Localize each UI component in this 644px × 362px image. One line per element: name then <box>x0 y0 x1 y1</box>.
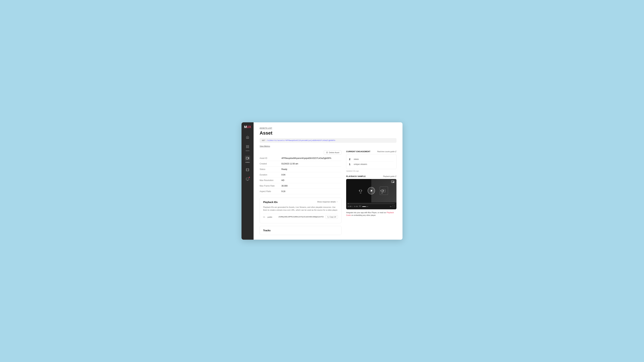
meta-label: Created <box>260 161 282 167</box>
skip-back-button[interactable]: 10 <box>358 188 363 193</box>
table-row: Aspect Ratio9:16 <box>260 189 342 194</box>
api-url-bar: GET /video/v1/assets/4PP8wupdse6lihyansm… <box>260 138 396 143</box>
sidebar-item-home[interactable] <box>242 133 254 142</box>
playback-desc-suffix: on embedding any other player. <box>351 214 376 216</box>
pid-type: public <box>268 216 277 218</box>
video-thumbnail: 10 10 <box>346 179 396 202</box>
monitor-icon-wrap <box>245 176 250 182</box>
skip-forward-button[interactable]: 10 <box>379 188 385 193</box>
trash-icon <box>326 151 328 153</box>
sidebar-item-data-label: /DATA <box>246 150 250 151</box>
controls-row: 0:00 / 0:04 <box>348 205 395 208</box>
playback-guide-link[interactable]: Playback guide <box>383 175 396 177</box>
external-link-icon-2 <box>395 175 396 177</box>
sidebar-item-film[interactable] <box>242 165 254 174</box>
meta-value: HD <box>282 178 342 183</box>
engagement-title: CURRENT ENGAGEMENT <box>346 150 370 152</box>
video-icon <box>246 157 249 160</box>
pid-value: zk6Mwy96bJdPPEcG3R8s2AYGyXCu02n00x3GNg9j… <box>278 216 324 218</box>
tracks-title: Tracks <box>263 229 338 232</box>
external-link-icon <box>395 151 396 152</box>
asset-meta-table: Asset ID4PP8wupdse6lihyansmKiyejubDbV02O… <box>260 156 342 194</box>
monitor-icon <box>246 177 249 181</box>
pip-button[interactable] <box>391 180 395 184</box>
svg-rect-5 <box>246 169 249 171</box>
meta-label: Status <box>260 167 282 172</box>
playback-ids-desc: Playback IDs are generated for Assets, L… <box>263 206 338 211</box>
unique-viewers-label: unique viewers <box>354 163 367 165</box>
chevron-right-icon <box>336 201 338 203</box>
updated-text: Updated 15s ago <box>346 170 396 172</box>
speed-label[interactable]: 1x <box>390 206 392 207</box>
meta-value: 9:16 <box>282 189 342 194</box>
show-response-label: Show response details <box>317 201 336 203</box>
playback-guide-label: Playback guide <box>383 175 394 177</box>
unique-viewers-stat: 1 unique viewers <box>349 162 394 167</box>
tracks-section: Tracks <box>260 226 342 235</box>
svg-rect-3 <box>248 147 249 148</box>
sidebar-item-monitor[interactable] <box>242 175 254 184</box>
progress-bar[interactable] <box>348 203 395 204</box>
right-column: CURRENT ENGAGEMENT Real-time counts guid… <box>346 150 396 235</box>
meta-label: Asset ID <box>260 156 282 161</box>
meta-label: Max Resolution <box>260 178 282 183</box>
total-duration: 0:04 <box>354 206 358 207</box>
sidebar-item-data[interactable]: /DATA <box>242 142 254 153</box>
time-display: 0:00 / 0:04 <box>348 206 358 207</box>
copy-url-button[interactable]: Copy Url <box>325 215 338 219</box>
playback-ids-section: Playback IDs Show response details Playb… <box>260 198 342 223</box>
volume-button[interactable] <box>359 205 361 208</box>
film-icon-wrap <box>245 167 250 172</box>
controls-right: 1x <box>390 205 395 208</box>
volume-slider[interactable] <box>362 206 368 207</box>
sidebar-item-video-label: /VIDEO <box>245 162 250 163</box>
view-metrics-link[interactable]: View Metrics <box>260 145 270 147</box>
delete-asset-button[interactable]: Delete Asset <box>324 150 342 155</box>
progress-fill <box>348 203 348 204</box>
table-row: StatusReady <box>260 167 342 172</box>
logo: MUX <box>244 125 251 129</box>
guide-label: Real-time counts guide <box>377 151 394 152</box>
views-count: 2 <box>349 158 352 161</box>
playback-ids-title: Playback IDs <box>263 201 278 203</box>
pid-num: 01 <box>263 216 266 218</box>
play-button[interactable] <box>368 187 375 194</box>
skip-back-icon <box>359 189 362 193</box>
sidebar: MUX /DATA /VIDEO <box>242 122 254 240</box>
svg-rect-4 <box>246 157 248 159</box>
real-time-guide-link[interactable]: Real-time counts guide <box>377 151 396 152</box>
fullscreen-icon <box>392 205 395 207</box>
table-row: Max Frame Rate30.000 <box>260 183 342 189</box>
playback-title: PLAYBACK SAMPLE <box>346 175 366 177</box>
current-time: 0:00 <box>348 206 352 207</box>
breadcrumb[interactable]: ASSETS LIST <box>260 127 396 129</box>
data-icon-wrap <box>245 144 250 149</box>
show-response-link[interactable]: Show response details <box>317 201 338 203</box>
app-window: MUX /DATA /VIDEO <box>242 122 402 240</box>
monitor-badge <box>249 177 250 178</box>
svg-rect-13 <box>328 217 329 218</box>
table-row: Asset ID4PP8wupdse6lihyansmKiyejubDbV02O… <box>260 156 342 161</box>
views-stat: 2 views <box>349 157 394 162</box>
home-icon-wrap <box>245 135 250 140</box>
video-controls: 0:00 / 0:04 <box>346 202 396 209</box>
sidebar-nav: /DATA /VIDEO <box>242 133 254 184</box>
meta-value: Ready <box>282 167 342 172</box>
sidebar-item-video[interactable]: /VIDEO <box>242 154 254 165</box>
api-path: /video/v1/assets/4PP8wupdse6lihyansmKiye… <box>267 139 335 141</box>
fullscreen-button[interactable] <box>392 205 395 208</box>
meta-label: Aspect Ratio <box>260 189 282 194</box>
skip-back-label: 10 <box>358 192 363 194</box>
meta-label: Duration <box>260 172 282 178</box>
playback-sample-section: PLAYBACK SAMPLE Playback guide <box>346 175 396 217</box>
film-icon <box>246 168 249 171</box>
controls-left: 0:00 / 0:04 <box>348 205 368 208</box>
left-column: Delete Asset Asset ID4PP8wupdse6lihyansm… <box>260 150 342 235</box>
meta-value: 4PP8wupdse6lihyansmKiyejubDbV02O7LkOaZtg… <box>282 156 342 161</box>
main-content: ASSETS LIST Asset GET /video/v1/assets/4… <box>254 122 402 240</box>
home-icon <box>246 136 249 139</box>
svg-line-14 <box>396 151 396 152</box>
engagement-header: CURRENT ENGAGEMENT Real-time counts guid… <box>346 150 396 152</box>
data-icon <box>246 145 249 148</box>
meta-value: 30.000 <box>282 183 342 189</box>
